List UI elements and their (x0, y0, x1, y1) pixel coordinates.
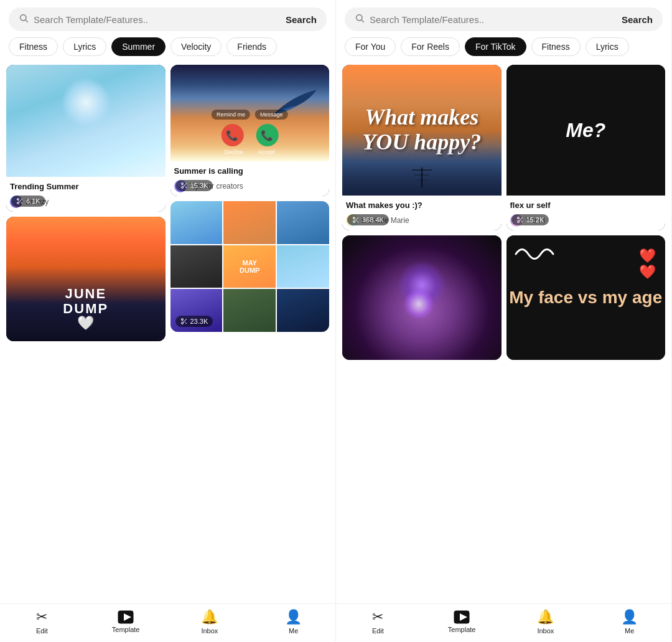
svg-point-0 (21, 15, 26, 21)
right-col-1: What makes YOU happy? 368.4K (342, 65, 502, 360)
left-nav-me[interactable]: 👤 Me (275, 609, 312, 635)
right-content: What makes YOU happy? 368.4K (336, 62, 671, 603)
right-chips-row: For You For Reels For TikTok Fitness Lyr… (336, 37, 671, 62)
left-nav-inbox-label: Inbox (201, 627, 218, 635)
person-icon-right: 👤 (621, 609, 638, 625)
svg-line-20 (362, 20, 364, 22)
svg-point-31 (517, 220, 519, 222)
left-search-input[interactable] (34, 14, 281, 25)
call-buttons: 📞 📞 (221, 124, 278, 146)
right-search-bar[interactable]: Search (345, 7, 663, 31)
left-col-2: Remind me Message 📞 📞 Decline Accept (170, 65, 330, 341)
svg-line-5 (21, 202, 22, 204)
chip-summer-left[interactable]: Summer (111, 37, 166, 56)
light-card[interactable] (342, 235, 502, 360)
call-labels: Decline Accept (224, 149, 275, 155)
right-nav-inbox-label: Inbox (537, 627, 554, 635)
svg-point-13 (181, 322, 183, 324)
left-chips-row: Fitness Lyrics Summer Velocity Friends (0, 37, 335, 62)
flex-ur-self-card[interactable]: Me? 15.2K flex ur self Y u r i (506, 65, 666, 230)
chip-lyrics-left[interactable]: Lyrics (63, 37, 106, 56)
right-nav-template[interactable]: Template (443, 610, 480, 633)
left-panel: Search Fitness Lyrics Summer Velocity Fr… (0, 0, 336, 642)
svg-point-26 (353, 220, 355, 222)
summer-calling-title: Summer is calling (174, 166, 326, 177)
decline-btn: 📞 (221, 124, 243, 146)
right-search-input[interactable] (370, 14, 617, 25)
svg-line-15 (185, 322, 187, 324)
chip-friends-left[interactable]: Friends (226, 37, 277, 56)
june-dump-label: JUNEDUMP (63, 286, 108, 316)
my-face-card[interactable]: ❤️❤️ My face vs my age (506, 235, 666, 360)
myface-text: My face vs my age (509, 287, 662, 308)
june-heart-icon: 🤍 (77, 315, 94, 331)
svg-line-10 (185, 186, 187, 188)
left-nav-template[interactable]: Template (107, 610, 144, 633)
me-text: Me? (566, 119, 605, 142)
right-bottom-nav: ✂ Edit Template 🔔 Inbox 👤 Me (336, 603, 671, 642)
squiggly-icon (513, 242, 556, 267)
left-col-1: 6.1K Trending Summer Breezy JUNEDUMP (6, 65, 166, 341)
may-dump-badge: 23.3K (175, 316, 213, 327)
person-icon-left: 👤 (285, 609, 302, 625)
right-col-2: Me? 15.2K flex ur self Y u r i (506, 65, 666, 360)
right-nav-edit[interactable]: ✂ Edit (359, 609, 396, 635)
june-dump-card[interactable]: JUNEDUMP 🤍 (6, 217, 166, 341)
left-nav-me-label: Me (289, 627, 298, 635)
summer-calling-card[interactable]: Remind me Message 📞 📞 Decline Accept (170, 65, 330, 196)
what-makes-you-card[interactable]: What makes YOU happy? 368.4K (342, 65, 502, 230)
accept-btn: 📞 (256, 124, 278, 146)
svg-point-3 (17, 202, 19, 204)
right-nav-me[interactable]: 👤 Me (611, 609, 648, 635)
hearts-decoration: ❤️❤️ (639, 248, 656, 280)
svg-point-8 (181, 186, 183, 188)
right-search-button[interactable]: Search (622, 14, 653, 25)
flex-badge: 15.2K (511, 214, 549, 225)
scissors-icon: ✂ (36, 609, 47, 625)
right-nav-template-label: Template (448, 626, 476, 633)
svg-line-33 (521, 220, 523, 222)
chip-lyrics-right[interactable]: Lyrics (586, 37, 629, 56)
left-nav-template-label: Template (112, 626, 140, 633)
chip-fitness-left[interactable]: Fitness (9, 37, 58, 56)
pier-icon (397, 168, 447, 192)
right-search-icon (355, 13, 365, 26)
left-content: 6.1K Trending Summer Breezy JUNEDUMP (0, 62, 335, 603)
right-nav-inbox[interactable]: 🔔 Inbox (527, 609, 564, 635)
chip-fortiktok-right[interactable]: For TikTok (465, 37, 526, 56)
trending-summer-title: Trending Summer (10, 182, 162, 192)
bell-icon-right: 🔔 (537, 609, 554, 625)
right-nav-edit-label: Edit (372, 627, 384, 635)
flex-title: flex ur self (510, 201, 662, 211)
bell-icon: 🔔 (201, 609, 218, 625)
scissors-icon-right: ✂ (372, 609, 383, 625)
left-bottom-nav: ✂ Edit Template 🔔 Inbox 👤 Me (0, 603, 335, 642)
trending-summer-card[interactable]: 6.1K Trending Summer Breezy (6, 65, 166, 212)
svg-point-19 (357, 15, 362, 21)
happy-badge: 368.4K (347, 214, 389, 225)
chip-forreels-right[interactable]: For Reels (401, 37, 460, 56)
right-panel: Search For You For Reels For TikTok Fitn… (336, 0, 672, 642)
left-search-button[interactable]: Search (286, 14, 317, 25)
phone-call-overlay: Remind me Message 📞 📞 Decline Accept (212, 110, 288, 155)
svg-line-1 (26, 20, 28, 22)
may-dump-card[interactable]: MAYDUMP 23.3K (170, 201, 330, 332)
left-nav-inbox[interactable]: 🔔 Inbox (191, 609, 228, 635)
left-nav-edit-label: Edit (36, 627, 48, 635)
right-nav-me-label: Me (625, 627, 634, 635)
left-nav-edit[interactable]: ✂ Edit (23, 609, 60, 635)
template-icon (118, 610, 134, 624)
search-icon (19, 13, 29, 26)
left-search-bar[interactable]: Search (9, 7, 327, 31)
chip-foryou-right[interactable]: For You (345, 37, 396, 56)
chip-velocity-left[interactable]: Velocity (170, 37, 222, 56)
trending-summer-badge: 6.1K (11, 196, 45, 207)
template-icon-right (454, 610, 470, 624)
summer-calling-badge: 15.3K (175, 180, 213, 191)
svg-line-28 (357, 220, 358, 222)
happy-title: What makes you :)? (346, 201, 498, 211)
chip-fitness-right[interactable]: Fitness (531, 37, 581, 56)
